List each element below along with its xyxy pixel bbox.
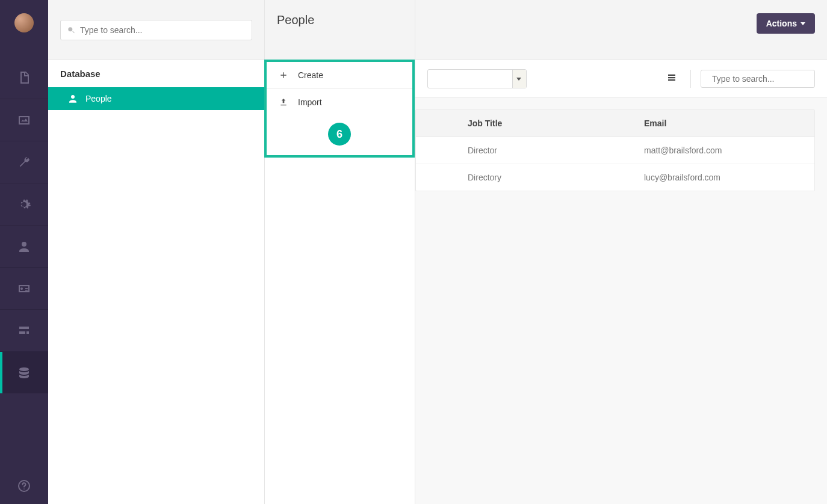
- plus-icon: [279, 70, 288, 80]
- data-table: Job Title Email Director matt@brailsford…: [415, 109, 815, 191]
- search-input-left[interactable]: [80, 25, 246, 35]
- main-panel: Actions Job Title Email: [415, 0, 827, 504]
- actions-button-label: Actions: [766, 19, 797, 28]
- step-badge: 6: [328, 123, 351, 146]
- action-label: Create: [298, 70, 323, 80]
- search-icon: [67, 26, 75, 34]
- gear-icon: [17, 197, 31, 212]
- cell-job-title: Directory: [462, 164, 638, 191]
- upload-icon: [279, 97, 288, 107]
- nav-settings-gear[interactable]: [0, 183, 48, 225]
- cell-email: matt@brailsford.com: [638, 137, 814, 164]
- column-header-job-title[interactable]: Job Title: [462, 110, 638, 137]
- caret-down-icon: [801, 22, 805, 25]
- person-icon: [67, 93, 78, 104]
- id-card-icon: [17, 281, 31, 296]
- columns-button[interactable]: [663, 69, 681, 88]
- nav-users[interactable]: [0, 225, 48, 267]
- tree-item-people[interactable]: People: [48, 87, 264, 110]
- columns-icon: [666, 72, 677, 83]
- cell-email: lucy@brailsford.com: [638, 164, 814, 191]
- wrench-icon: [17, 155, 31, 170]
- search-input-right[interactable]: [712, 74, 817, 84]
- user-icon: [17, 239, 31, 254]
- filter-dropdown[interactable]: [427, 69, 527, 88]
- search-box-left[interactable]: [60, 20, 252, 40]
- chevron-down-icon: [516, 78, 521, 81]
- avatar[interactable]: [14, 13, 34, 32]
- table-row[interactable]: Directory lucy@brailsford.com: [416, 164, 814, 191]
- table-header: Job Title Email: [416, 110, 814, 137]
- nav-help[interactable]: [0, 479, 48, 493]
- cell-job-title: Director: [462, 137, 638, 164]
- tree-section-title: Database: [48, 60, 264, 87]
- form-icon: [17, 324, 31, 338]
- database-icon: [17, 366, 31, 380]
- search-box-right[interactable]: [701, 70, 815, 88]
- actions-panel-title: People: [265, 0, 415, 60]
- document-icon: [17, 70, 31, 85]
- nav-rail: [0, 0, 48, 504]
- tree-item-label: People: [85, 94, 112, 103]
- nav-members[interactable]: [0, 267, 48, 309]
- svg-point-1: [23, 488, 25, 490]
- nav-content[interactable]: [0, 57, 48, 99]
- tree-panel: Database People: [48, 0, 265, 504]
- main-header: Actions: [415, 0, 827, 60]
- nav-database[interactable]: [0, 351, 48, 393]
- image-icon: [17, 113, 31, 128]
- action-create[interactable]: Create: [267, 62, 412, 89]
- table-row[interactable]: Director matt@brailsford.com: [416, 137, 814, 164]
- nav-settings-wrench[interactable]: [0, 141, 48, 183]
- toolbar: [415, 60, 827, 97]
- action-import[interactable]: Import: [267, 89, 412, 115]
- column-header-email[interactable]: Email: [638, 110, 814, 137]
- actions-button[interactable]: Actions: [757, 13, 815, 34]
- tree-header: [48, 0, 264, 60]
- nav-media[interactable]: [0, 99, 48, 141]
- divider: [690, 70, 691, 88]
- nav-forms[interactable]: [0, 309, 48, 351]
- actions-panel: People Create Import 6: [265, 0, 415, 504]
- action-label: Import: [298, 97, 322, 107]
- help-icon: [17, 479, 31, 493]
- highlight-box: Create Import 6: [264, 60, 415, 158]
